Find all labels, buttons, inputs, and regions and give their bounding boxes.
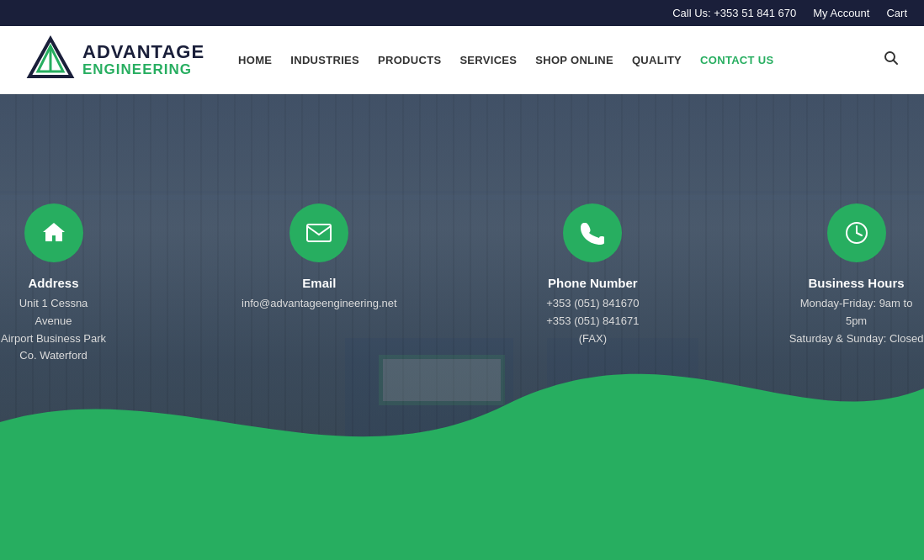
nav-services[interactable]: SERVICES <box>459 54 517 66</box>
hours-title: Business Hours <box>808 276 904 290</box>
address-title: Address <box>29 276 79 290</box>
home-icon <box>40 219 67 246</box>
logo-link[interactable]: ADVANTAGE ENGINEERING <box>25 34 204 85</box>
nav-shop-online[interactable]: SHOP ONLINE <box>535 54 613 66</box>
svg-rect-6 <box>0 191 924 193</box>
svg-rect-11 <box>307 225 331 241</box>
logo-icon <box>25 34 76 85</box>
phone-icon <box>581 221 604 245</box>
hours-lines: Monday-Friday: 9am to 5pmSaturday & Sund… <box>789 295 924 347</box>
top-bar: Call Us: +353 51 841 670 My Account Cart <box>0 0 924 26</box>
cart-link[interactable]: Cart <box>886 7 907 19</box>
hero-section: Address Unit 1 Cessna AvenueAirport Busi… <box>0 94 924 540</box>
nav-products[interactable]: PRODUCTS <box>378 54 441 66</box>
email-icon <box>305 221 332 245</box>
nav-industries[interactable]: INDUSTRIES <box>290 54 359 66</box>
logo-engineering: ENGINEERING <box>82 62 204 78</box>
nav-home[interactable]: HOME <box>238 54 272 66</box>
address-lines: Unit 1 Cessna AvenueAirport Business Par… <box>0 295 107 365</box>
contact-card-email: Email info@advantageengineering.net <box>242 203 397 365</box>
hours-icon-circle <box>827 203 886 262</box>
site-header: ADVANTAGE ENGINEERING HOME INDUSTRIES PR… <box>0 26 924 94</box>
svg-line-14 <box>857 233 862 235</box>
clock-icon <box>844 220 869 246</box>
search-icon <box>884 50 899 66</box>
contact-card-phone: Phone Number +353 (051) 841670+353 (051)… <box>532 203 655 365</box>
email-icon-circle <box>289 203 348 262</box>
nav-quality[interactable]: QUALITY <box>632 54 682 66</box>
search-button[interactable] <box>884 50 899 69</box>
email-title: Email <box>302 276 336 290</box>
phone-icon-circle <box>563 203 622 262</box>
green-wave <box>0 355 924 540</box>
svg-rect-5 <box>0 195 924 200</box>
contact-card-hours: Business Hours Monday-Friday: 9am to 5pm… <box>789 203 924 365</box>
phone-number: Call Us: +353 51 841 670 <box>672 7 796 19</box>
my-account-link[interactable]: My Account <box>813 7 869 19</box>
quick-email-section: SEND US A QUICK EMAIL See how your busin… <box>0 540 924 560</box>
address-icon-circle <box>24 203 83 262</box>
contact-card-address: Address Unit 1 Cessna AvenueAirport Busi… <box>0 203 107 365</box>
logo-advantage: ADVANTAGE <box>82 42 204 62</box>
phone-title: Phone Number <box>548 276 638 290</box>
nav-contact-us[interactable]: CONTACT US <box>700 54 773 66</box>
svg-line-4 <box>894 61 898 65</box>
contact-icons-row: Address Unit 1 Cessna AvenueAirport Busi… <box>0 203 924 365</box>
email-address: info@advantageengineering.net <box>242 295 397 313</box>
main-nav: HOME INDUSTRIES PRODUCTS SERVICES SHOP O… <box>238 54 884 66</box>
phone-numbers: +353 (051) 841670+353 (051) 841671 (FAX) <box>532 295 655 347</box>
